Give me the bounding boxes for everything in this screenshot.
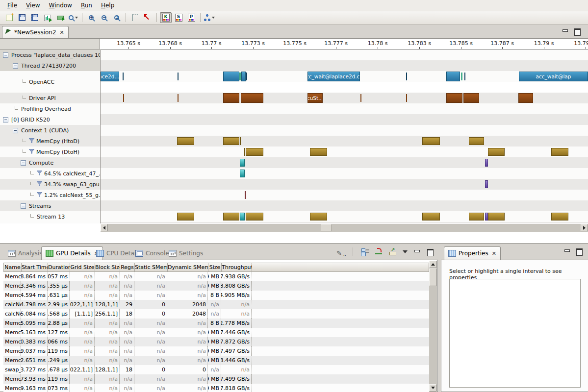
interval-bar[interactable] bbox=[488, 213, 505, 220]
close-icon[interactable]: ✕ bbox=[60, 29, 64, 36]
interval-bar[interactable] bbox=[178, 73, 179, 80]
column-header[interactable]: Start Time bbox=[22, 263, 48, 271]
interval-bar[interactable] bbox=[223, 93, 239, 103]
collapse-icon[interactable] bbox=[3, 52, 8, 58]
table-row[interactable]: Memcpy154.594 ms1.631 µsn/an/an/an/an/a8… bbox=[3, 291, 429, 300]
filter-icon[interactable] bbox=[29, 149, 34, 155]
column-header[interactable]: Dynamic SMem bbox=[168, 263, 208, 271]
interval-bar[interactable] bbox=[178, 94, 179, 102]
collapse-icon[interactable] bbox=[13, 128, 18, 133]
column-header[interactable]: Duration bbox=[48, 263, 70, 271]
filter-icon[interactable] bbox=[37, 171, 42, 177]
tree-item[interactable]: MemCpy (DtoH) bbox=[0, 147, 100, 157]
table-row[interactable]: Memcpy153.346 ms952.355 µsn/an/an/an/an/… bbox=[3, 281, 429, 291]
interval-bar[interactable] bbox=[422, 137, 440, 145]
save-icon[interactable] bbox=[16, 12, 28, 23]
tree-item[interactable]: [0] GRID K520 bbox=[0, 114, 100, 125]
column-header[interactable]: Block Size bbox=[95, 263, 120, 271]
tree-item[interactable]: Streams bbox=[0, 200, 100, 211]
interval-bar[interactable] bbox=[310, 148, 327, 156]
interval-bar[interactable] bbox=[469, 137, 484, 145]
tree-item[interactable]: Driver API bbox=[0, 93, 100, 103]
tree-item[interactable]: OpenACC bbox=[0, 71, 100, 93]
zoom-reset-icon[interactable]: ± bbox=[111, 12, 123, 23]
interval-bar[interactable] bbox=[551, 148, 568, 156]
tree-item[interactable]: Stream 13 bbox=[0, 211, 100, 222]
interval-bar[interactable] bbox=[461, 73, 462, 80]
interval-bar[interactable] bbox=[177, 137, 194, 145]
kernel-view-icon[interactable]: K bbox=[160, 12, 172, 23]
analysis-tree-icon[interactable] bbox=[204, 12, 215, 23]
table-row[interactable]: Memcpy169.037 ms1.119 msn/an/an/an/an/a9… bbox=[3, 346, 429, 356]
interval-bar[interactable] bbox=[485, 180, 488, 188]
interval-bar[interactable] bbox=[463, 93, 479, 103]
interval-bar[interactable] bbox=[240, 159, 245, 167]
view-menu-icon[interactable] bbox=[403, 250, 408, 253]
interval-bar[interactable] bbox=[518, 93, 533, 103]
table-row[interactable]: Memcpy179.163 ms1.073 msn/an/an/an/an/a9… bbox=[3, 384, 429, 392]
collapse-icon[interactable] bbox=[3, 117, 8, 122]
interval-bar[interactable]: ace2d.... bbox=[101, 72, 119, 81]
table-row[interactable]: Memcpy148.864 ms1.057 msn/an/an/an/an/a9… bbox=[3, 272, 429, 281]
interval-bar[interactable] bbox=[485, 159, 488, 167]
tree-item[interactable]: Compute bbox=[0, 157, 100, 168]
interval-bar[interactable] bbox=[446, 93, 462, 103]
tree-item[interactable]: Thread 2741307200 bbox=[0, 60, 100, 71]
tree-item[interactable]: Context 1 (CUDA) bbox=[0, 125, 100, 136]
interval-bar[interactable] bbox=[223, 137, 239, 145]
tab-properties[interactable]: Properties ✕ bbox=[444, 246, 501, 260]
menu-view[interactable]: View bbox=[22, 1, 44, 10]
minimize-icon[interactable] bbox=[563, 248, 571, 254]
scroll-right-icon[interactable] bbox=[581, 224, 588, 231]
interval-bar[interactable]: acc_wait@laplace2d.c... bbox=[307, 72, 360, 81]
interval-bar[interactable]: cuSt... bbox=[307, 93, 323, 103]
interval-bar[interactable] bbox=[241, 93, 263, 103]
interval-bar[interactable] bbox=[246, 148, 263, 156]
collapse-icon[interactable] bbox=[13, 63, 18, 69]
zoom-tool-icon[interactable] bbox=[67, 12, 79, 23]
tab-analysis[interactable]: Analysis bbox=[4, 246, 46, 260]
interval-bar[interactable] bbox=[241, 72, 246, 81]
timeline-ruler[interactable]: 13.765 s13.768 s13.77 s13.773 s13.775 s1… bbox=[101, 39, 588, 49]
menu-run[interactable]: Run bbox=[77, 1, 97, 10]
close-icon[interactable]: ✕ bbox=[492, 250, 496, 257]
process-view-icon[interactable]: P bbox=[185, 12, 197, 23]
column-header[interactable]: Throughput bbox=[222, 263, 252, 271]
scroll-down-icon[interactable] bbox=[429, 384, 436, 392]
interval-bar[interactable] bbox=[244, 148, 245, 156]
zoom-in-icon[interactable]: + bbox=[85, 12, 97, 23]
column-header[interactable]: Size bbox=[208, 263, 222, 271]
tree-item[interactable]: 34.3% swap_63_gpu bbox=[0, 179, 100, 190]
table-row[interactable]: Memcpy155.163 ms1.127 msn/an/an/an/an/a9… bbox=[3, 328, 429, 337]
interval-bar[interactable] bbox=[488, 148, 505, 156]
interval-bar[interactable] bbox=[310, 213, 327, 220]
sync-timeline-icon[interactable] bbox=[375, 248, 383, 256]
layout-icon[interactable] bbox=[361, 248, 369, 256]
table-row[interactable]: Memcpy160.383 ms1.066 msn/an/an/an/an/a9… bbox=[3, 337, 429, 346]
table-vertical-scrollbar[interactable] bbox=[429, 261, 437, 392]
scroll-up-icon[interactable] bbox=[429, 261, 436, 268]
interval-bar[interactable] bbox=[240, 137, 241, 145]
interval-bar[interactable] bbox=[123, 73, 124, 80]
filter-icon[interactable] bbox=[37, 192, 42, 198]
tab-settings[interactable]: Settings bbox=[165, 246, 207, 260]
collapse-icon[interactable] bbox=[21, 160, 26, 166]
menu-help[interactable]: Help bbox=[97, 1, 119, 10]
interval-bar[interactable] bbox=[406, 94, 407, 102]
interval-bar[interactable] bbox=[246, 73, 247, 80]
show-chart-icon[interactable] bbox=[42, 12, 53, 23]
interval-bar[interactable] bbox=[239, 73, 241, 80]
interval-bar[interactable] bbox=[406, 73, 407, 80]
table-row[interactable]: Memcpy173.93 ms1.119 msn/an/an/an/an/a9 … bbox=[3, 374, 429, 384]
tree-item[interactable]: 1.2% calcNext_55_g... bbox=[0, 190, 100, 200]
tree-item[interactable]: MemCpy (HtoD) bbox=[0, 136, 100, 147]
new-session-icon[interactable] bbox=[3, 12, 15, 23]
interval-bar[interactable] bbox=[246, 213, 263, 220]
tree-item[interactable]: Profiling Overhead bbox=[0, 103, 100, 114]
interval-bar[interactable]: acc_wait@lap bbox=[519, 72, 588, 81]
stream-view-icon[interactable]: S bbox=[173, 12, 184, 23]
maximize-icon[interactable] bbox=[576, 248, 583, 254]
column-header[interactable]: Regs bbox=[120, 263, 135, 271]
maximize-icon[interactable] bbox=[427, 249, 434, 255]
scroll-left-icon[interactable] bbox=[101, 224, 108, 231]
